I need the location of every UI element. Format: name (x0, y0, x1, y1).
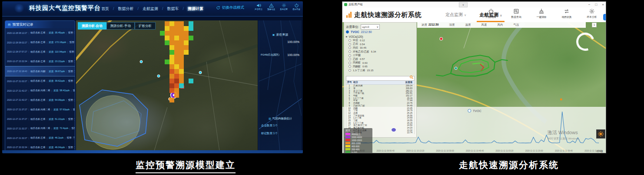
species-row[interactable]: 甲烷0.12 (349, 39, 415, 43)
nav-item-4[interactable]: 溯源计算 (188, 6, 203, 12)
legend-swatch (345, 133, 350, 135)
record-field: 2020-12-27 20:32:34 (7, 146, 27, 149)
field-separator: | (66, 99, 67, 101)
species-row[interactable]: 丙烯醛0.63 (349, 61, 415, 65)
toolbar-gear-button[interactable]: 样本分析 (584, 8, 600, 19)
minimize-button[interactable]: − (588, 2, 591, 7)
record-field: 物质名称:丙烯二烯 (30, 108, 50, 111)
species-value: 15.15 (367, 69, 373, 72)
record-field: 2020-12-27 21:02:27 (7, 80, 27, 83)
toolbar-swap-button[interactable]: 地图切换 (559, 8, 574, 19)
env-field: 浓度2212.50 (422, 23, 439, 27)
alert-record-row[interactable]: 2020-12-27 21:37:27|物质名称:丙烯二烯|浓度: 57.63p… (5, 105, 75, 114)
switch-mode-button[interactable]: 切换作战模式 (216, 5, 244, 10)
vehicle-position-marker (391, 128, 396, 132)
analysis-tab-1[interactable]: 溯源分析-手动 (106, 22, 135, 30)
airmass-stat-line: 企业数量:1个 (261, 124, 278, 128)
antivirus-tray-icon[interactable] (596, 129, 605, 139)
legend-series-label: TVOC (473, 109, 481, 112)
satellite-map[interactable]: 溯源分析-自动溯源分析-手动扩散分析 (76, 20, 258, 151)
radio-icon[interactable] (349, 65, 351, 68)
alert-record-list[interactable]: 2020-12-28 08:12:27|物质名称:乙烯|浓度: 35.45ppb… (5, 28, 75, 151)
warning-button[interactable]: 预警信息 (266, 3, 276, 10)
legend-range: 600-1000 (352, 142, 361, 145)
search-icon[interactable] (409, 73, 414, 78)
alert-record-row[interactable]: 2020-12-27 22:18:43|物质名称:丙酮|浓度: 39.67ppb… (5, 66, 75, 76)
analysis-tab-2[interactable]: 扩散分析 (135, 22, 156, 30)
legend-swatch (345, 148, 350, 150)
species-row[interactable]: 环氧乙烷/乙醛5.34 (349, 50, 415, 54)
x-axis-tick-label: 2020-11-11 09:56:40 (377, 150, 395, 152)
radio-icon[interactable] (349, 58, 351, 60)
chart-legend[interactable]: TVOC (468, 109, 481, 112)
plume-cell (179, 50, 184, 55)
legend-swatch (345, 142, 350, 144)
gear-button[interactable]: 系统设置 (279, 3, 289, 10)
alert-record-row[interactable]: 2020-12-27 21:42:27|物质名称:乙烯|浓度: 54.09ppb… (5, 96, 75, 105)
power-button[interactable]: 退出登录 (292, 3, 301, 10)
watermark-line2: 转到“设置”以激活 Windows。 (548, 137, 581, 141)
field-separator: | (67, 41, 68, 44)
header-icon-label: 系统设置 (279, 8, 288, 10)
radio-selected-icon (346, 30, 349, 33)
radio-icon[interactable] (349, 39, 351, 42)
record-field: 浓度: 57.63ppb (53, 108, 70, 111)
plume-cell (169, 50, 174, 55)
alert-record-row[interactable]: 2020-12-27 21:02:27|物质名称:乙烯|浓度: 39.62ppb… (5, 76, 75, 86)
species-row[interactable]: 1,3-丁二烯15.15 (349, 69, 415, 73)
route-map[interactable]: 浓度2212.50湿度温度风速风向气压 浓度单位: ug/m3 ∨ TVOC 2… (342, 22, 606, 153)
gear-icon (279, 3, 289, 8)
map-zoom-pager[interactable]: 1 (592, 23, 597, 27)
airmass-stat-line: 标记数量:1个 (261, 132, 278, 135)
alert-record-row[interactable]: 2020-12-27 21:37:27|物质名称:乙烯|浓度: 51.22ppb… (5, 114, 75, 124)
env-value: 2212.50 (428, 23, 439, 26)
species-row[interactable]: 丙烷30.45 (349, 46, 415, 50)
species-row[interactable]: 丙酮醛0.65 (349, 65, 415, 69)
toolbar-power-button[interactable]: 开始/结束 (483, 8, 499, 19)
titlebar-dropdown[interactable]: ∨ (459, 2, 468, 7)
maximize-button[interactable]: □ (595, 2, 597, 7)
plume-cell (174, 59, 179, 64)
chevron-down-icon: ∨ (377, 25, 378, 28)
close-button[interactable]: × (602, 2, 604, 7)
analysis-tab-0[interactable]: 溯源分析-自动 (78, 22, 106, 30)
tab-定点监测[interactable]: 定点监测∨ (445, 7, 467, 22)
nav-item-0[interactable]: 首页 (101, 6, 109, 12)
plume-cell (184, 40, 189, 45)
alert-record-row[interactable]: 2020-12-28 07:57:27|物质名称:乙烯|浓度: 110.94pp… (5, 47, 75, 57)
radio-icon[interactable] (349, 54, 351, 57)
x-axis-tick-label: 2020-11-11 11:03:20 (496, 150, 514, 152)
left-app-footer-bar (2, 150, 303, 153)
plume-cell (174, 21, 179, 26)
alert-record-row[interactable]: 2020-12-27 21:32:27|物质名称:乙烯|浓度: 46.2ppb|… (5, 133, 75, 143)
speaker-button[interactable]: 声音提示 (254, 3, 263, 10)
species-row[interactable]: 二甲醚 (349, 53, 415, 57)
analysis-tab-bar: 溯源分析-自动溯源分析-手动扩散分析 (78, 22, 156, 30)
radio-icon[interactable] (349, 46, 351, 49)
alert-record-row[interactable]: 2020-12-27 21:32:27|物质名称:丙烯二烯|浓度: 72.4pp… (5, 124, 75, 133)
plume-cell (169, 26, 174, 31)
alert-record-row[interactable]: 2020-12-27 21:42:27|物质名称:丙烯二烯|浓度: 58.42p… (5, 86, 75, 96)
radio-icon[interactable] (349, 62, 351, 64)
tvoc-row[interactable]: TVOC 2212.50 (346, 30, 415, 34)
zoom-level-box[interactable]: 1 (592, 23, 597, 27)
header-icon-label: 预警信息 (267, 8, 276, 10)
species-row[interactable]: 乙醇0.57 (349, 57, 415, 61)
alert-record-row[interactable]: 2020-12-28 08:12:27|物质名称:乙烯|浓度: 35.45ppb… (5, 28, 75, 38)
species-row[interactable]: 乙烷0.54 (349, 43, 415, 46)
field-separator: | (47, 80, 48, 83)
radio-icon[interactable] (349, 69, 351, 72)
radio-icon[interactable] (349, 50, 351, 53)
alert-record-row[interactable]: 2020-12-28 08:02:27|物质名称:乙烯|浓度: 172.16pp… (5, 38, 75, 47)
alert-record-row[interactable]: 2020-12-27 23:32:34|物质名称:乙烯|浓度: 23.22ppb… (5, 56, 75, 66)
unit-select[interactable]: ug/m3 ∨ (361, 24, 380, 30)
vocs-group-row[interactable]: ▶ VOCs(120) (346, 34, 415, 39)
nav-item-2[interactable]: 走航监测 (143, 6, 158, 12)
toolbar-query-button[interactable]: 数据查询 (508, 8, 524, 19)
radio-icon[interactable] (349, 43, 351, 46)
nav-item-3[interactable]: 数据车 (167, 6, 179, 12)
side-button-partial[interactable] (603, 14, 606, 20)
nav-item-1[interactable]: 数据分析 (118, 6, 134, 12)
toolbar-broom-button[interactable]: 一键清除 (534, 8, 549, 19)
search-input[interactable] (346, 76, 415, 81)
